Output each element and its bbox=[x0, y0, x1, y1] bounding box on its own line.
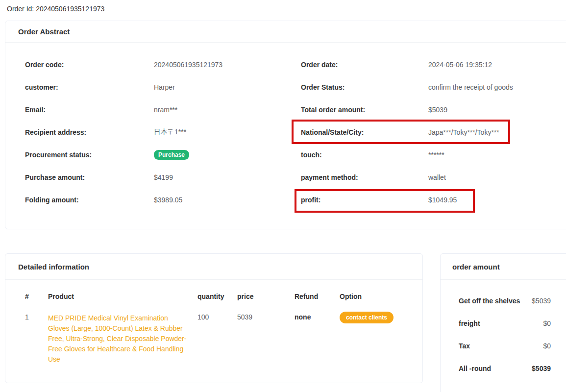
column-header-product: Product bbox=[48, 293, 197, 300]
row-procurement-status: Procurement status: Purchase bbox=[25, 144, 296, 166]
row-index: 1 bbox=[25, 313, 48, 321]
row-label: touch: bbox=[301, 151, 428, 159]
product-link[interactable]: MED PRIDE Medical Vinyl Examination Glov… bbox=[48, 313, 191, 365]
row-label: Order Status: bbox=[301, 83, 428, 91]
order-abstract-title: Order Abstract bbox=[5, 21, 566, 43]
row-label: Order date: bbox=[301, 61, 428, 69]
row-email: Email: nram*** bbox=[25, 98, 296, 121]
amount-label: All -round bbox=[459, 364, 532, 374]
order-amount-title: order amount bbox=[441, 254, 566, 280]
row-value: Harper bbox=[154, 83, 175, 91]
row-label: Purchase amount: bbox=[25, 173, 154, 181]
abstract-left-column: Order code: 202405061935121973 customer:… bbox=[25, 53, 296, 211]
row-customer: customer: Harper bbox=[25, 76, 296, 98]
column-header-price: price bbox=[237, 293, 295, 300]
row-recipient-address: Recipient address: 日本〒1*** bbox=[25, 121, 296, 144]
amount-row-get-off-the-shelves: Get off the shelves $5039 bbox=[459, 296, 551, 306]
row-label: National/State/City: bbox=[301, 128, 428, 136]
amount-row-freight: freight $0 bbox=[459, 318, 551, 329]
row-national-state-city: National/State/City: Japa***/Toky***/Tok… bbox=[301, 121, 566, 144]
column-header-refund: Refund bbox=[295, 293, 340, 300]
row-purchase-amount: Purchase amount: $4199 bbox=[25, 166, 296, 189]
order-abstract-body: Order code: 202405061935121973 customer:… bbox=[5, 43, 566, 211]
row-label: profit: bbox=[301, 196, 428, 204]
product-cell: MED PRIDE Medical Vinyl Examination Glov… bbox=[48, 313, 197, 365]
purchase-status-badge: Purchase bbox=[154, 150, 189, 160]
order-amount-card: order amount Get off the shelves $5039 f… bbox=[440, 253, 566, 392]
column-header-quantity: quantity bbox=[197, 293, 237, 300]
row-value: 202405061935121973 bbox=[154, 61, 222, 69]
table-header-row: # Product quantity price Refund Option bbox=[25, 293, 422, 300]
amount-label: Tax bbox=[459, 341, 543, 351]
row-label: payment method: bbox=[301, 173, 428, 181]
refund-cell: none bbox=[295, 313, 340, 321]
row-total-order-amount: Total order amount: $5039 bbox=[301, 98, 566, 121]
row-label: Procurement status: bbox=[25, 151, 154, 159]
row-value: $1049.95 bbox=[428, 196, 457, 204]
row-label: Total order amount: bbox=[301, 106, 428, 114]
quantity-cell: 100 bbox=[197, 313, 237, 321]
order-id-text: Order Id: 202405061935121973 bbox=[7, 5, 104, 13]
row-label: Folding amount: bbox=[25, 196, 154, 204]
detailed-information-title: Detailed information bbox=[5, 254, 422, 280]
detailed-information-card: Detailed information # Product quantity … bbox=[5, 253, 423, 383]
amount-value: $0 bbox=[543, 341, 551, 351]
amount-label: freight bbox=[459, 318, 543, 329]
row-value: nram*** bbox=[154, 106, 177, 114]
column-header-index: # bbox=[25, 293, 48, 300]
row-value: ****** bbox=[428, 151, 444, 159]
row-value: $3989.05 bbox=[154, 196, 182, 204]
amount-label: Get off the shelves bbox=[459, 296, 532, 306]
row-value: 2024-05-06 19:35:12 bbox=[428, 61, 492, 69]
order-amount-body: Get off the shelves $5039 freight $0 Tax… bbox=[441, 280, 551, 374]
column-header-option: Option bbox=[340, 293, 422, 300]
row-value: Japa***/Toky***/Toky*** bbox=[428, 128, 499, 136]
row-value: confirm the receipt of goods bbox=[428, 83, 513, 91]
row-profit: profit: $1049.95 bbox=[301, 189, 566, 211]
row-value: $4199 bbox=[154, 173, 173, 181]
row-order-code: Order code: 202405061935121973 bbox=[25, 53, 296, 76]
amount-value: $5039 bbox=[532, 296, 551, 306]
contact-clients-button[interactable]: contact clients bbox=[340, 312, 394, 323]
amount-value: $0 bbox=[543, 318, 551, 329]
row-label: Email: bbox=[25, 106, 154, 114]
order-abstract-card: Order Abstract Order code: 2024050619351… bbox=[5, 21, 566, 229]
row-value: wallet bbox=[428, 173, 446, 181]
row-label: Recipient address: bbox=[25, 128, 154, 136]
row-touch: touch: ****** bbox=[301, 144, 566, 166]
row-order-status: Order Status: confirm the receipt of goo… bbox=[301, 76, 566, 98]
price-cell: 5039 bbox=[237, 313, 295, 321]
row-label: customer: bbox=[25, 83, 154, 91]
table-row: 1 MED PRIDE Medical Vinyl Examination Gl… bbox=[25, 313, 422, 365]
row-folding-amount: Folding amount: $3989.05 bbox=[25, 189, 296, 211]
row-value: 日本〒1*** bbox=[154, 128, 186, 137]
row-payment-method: payment method: wallet bbox=[301, 166, 566, 189]
amount-row-tax: Tax $0 bbox=[459, 341, 551, 351]
amount-value: $5039 bbox=[532, 364, 551, 374]
row-order-date: Order date: 2024-05-06 19:35:12 bbox=[301, 53, 566, 76]
option-cell: contact clients bbox=[340, 313, 422, 323]
row-value: $5039 bbox=[428, 106, 447, 114]
amount-row-all-round: All -round $5039 bbox=[459, 364, 551, 374]
row-label: Order code: bbox=[25, 61, 154, 69]
abstract-right-column: Order date: 2024-05-06 19:35:12 Order St… bbox=[301, 53, 566, 211]
